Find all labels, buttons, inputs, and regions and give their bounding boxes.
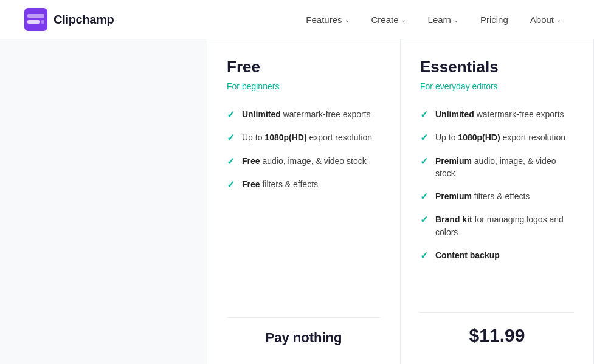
essentials-plan-price-area: $11.99 [420, 312, 574, 346]
feature-text: Up to 1080p(HD) export resolution [242, 131, 372, 143]
check-icon: ✓ [420, 191, 428, 202]
create-chevron-icon: ⌄ [401, 16, 406, 23]
nav-label-about: About [530, 15, 554, 25]
feature-text: Unlimited watermark-free exports [242, 108, 371, 120]
list-item: ✓ Free audio, image, & video stock [227, 155, 381, 167]
essentials-plan-name: Essentials [420, 58, 574, 77]
list-item: ✓ Content backup [420, 249, 574, 261]
logo-icon [24, 8, 47, 31]
free-features-list: ✓ Unlimited watermark-free exports ✓ Up … [227, 108, 381, 299]
check-icon: ✓ [420, 214, 428, 225]
left-panel [0, 39, 207, 364]
essentials-plan-subtitle: For everyday editors [420, 81, 574, 91]
check-icon: ✓ [227, 179, 235, 190]
about-chevron-icon: ⌄ [556, 16, 561, 23]
nav-item-create[interactable]: Create ⌄ [363, 10, 415, 30]
main-header: Clipchamp Features ⌄ Create ⌄ Learn ⌄ Pr… [0, 0, 594, 39]
nav-item-about[interactable]: About ⌄ [522, 10, 570, 30]
list-item: ✓ Up to 1080p(HD) export resolution [227, 131, 381, 143]
feature-text: Premium audio, image, & video stock [435, 155, 574, 180]
free-plan-subtitle: For beginners [227, 81, 381, 91]
essentials-price-display: $11.99 [469, 325, 525, 345]
feature-text: Content backup [435, 249, 500, 261]
main-content: Free For beginners ✓ Unlimited watermark… [0, 39, 594, 364]
list-item: ✓ Premium filters & effects [420, 190, 574, 202]
check-icon: ✓ [420, 250, 428, 261]
svg-rect-2 [27, 20, 40, 24]
check-icon: ✓ [420, 156, 428, 167]
features-chevron-icon: ⌄ [345, 16, 350, 23]
svg-rect-0 [24, 8, 47, 31]
svg-rect-1 [27, 14, 44, 18]
check-icon: ✓ [227, 109, 235, 120]
pricing-columns: Free For beginners ✓ Unlimited watermark… [207, 39, 594, 364]
list-item: ✓ Unlimited watermark-free exports [420, 108, 574, 120]
nav-item-pricing[interactable]: Pricing [472, 10, 517, 30]
feature-text: Unlimited watermark-free exports [435, 108, 564, 120]
feature-text: Premium filters & effects [435, 190, 530, 202]
nav-label-learn: Learn [428, 15, 451, 25]
check-icon: ✓ [420, 132, 428, 143]
list-item: ✓ Unlimited watermark-free exports [227, 108, 381, 120]
essentials-features-list: ✓ Unlimited watermark-free exports ✓ Up … [420, 108, 574, 294]
list-item: ✓ Brand kit for managing logos and color… [420, 213, 574, 238]
list-item: ✓ Premium audio, image, & video stock [420, 155, 574, 180]
feature-text: Up to 1080p(HD) export resolution [435, 131, 565, 143]
nav-item-features[interactable]: Features ⌄ [297, 10, 357, 30]
nav-item-learn[interactable]: Learn ⌄ [420, 10, 467, 30]
logo-text: Clipchamp [54, 13, 114, 27]
free-plan-column: Free For beginners ✓ Unlimited watermark… [207, 39, 400, 364]
essentials-plan-column: Essentials For everyday editors ✓ Unlimi… [400, 39, 594, 364]
check-icon: ✓ [227, 132, 235, 143]
main-nav: Features ⌄ Create ⌄ Learn ⌄ Pricing Abou… [297, 10, 570, 30]
free-price-display: Pay nothing [266, 330, 342, 345]
free-plan-name: Free [227, 58, 381, 77]
nav-label-create: Create [371, 15, 399, 25]
list-item: ✓ Up to 1080p(HD) export resolution [420, 131, 574, 143]
nav-label-features: Features [306, 15, 342, 25]
list-item: ✓ Free filters & effects [227, 178, 381, 190]
check-icon: ✓ [227, 156, 235, 167]
feature-text: Free audio, image, & video stock [242, 155, 367, 167]
nav-label-pricing: Pricing [480, 15, 508, 25]
logo-area[interactable]: Clipchamp [24, 8, 114, 31]
check-icon: ✓ [420, 109, 428, 120]
learn-chevron-icon: ⌄ [454, 16, 458, 23]
feature-text: Free filters & effects [242, 178, 318, 190]
free-plan-price-area: Pay nothing [227, 317, 381, 346]
svg-rect-3 [41, 20, 44, 24]
feature-text: Brand kit for managing logos and colors [435, 213, 574, 238]
